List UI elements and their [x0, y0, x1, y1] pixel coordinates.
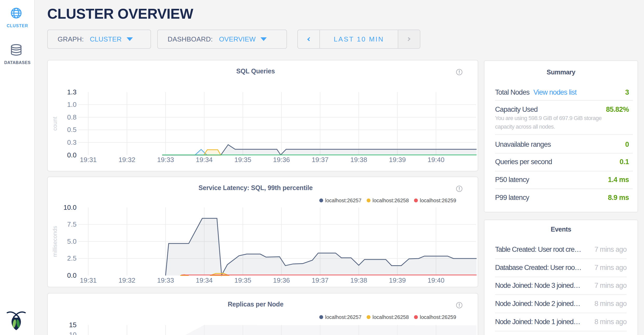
svg-text:19:39: 19:39: [389, 156, 406, 164]
svg-text:10: 10: [69, 331, 77, 335]
svg-text:localhost:26259: localhost:26259: [420, 198, 456, 203]
svg-text:19:40: 19:40: [428, 156, 444, 164]
svg-text:2.5: 2.5: [67, 254, 77, 262]
svg-text:19:34: 19:34: [196, 156, 213, 164]
svg-text:7.5: 7.5: [67, 220, 77, 228]
svg-text:0.0: 0.0: [67, 151, 77, 159]
svg-text:0.3: 0.3: [67, 138, 77, 146]
svg-text:localhost:26257: localhost:26257: [325, 198, 361, 203]
svg-text:19:35: 19:35: [234, 276, 251, 284]
svg-text:0.8: 0.8: [67, 113, 77, 121]
svg-text:10.0: 10.0: [63, 204, 77, 211]
svg-text:19:40: 19:40: [428, 276, 444, 284]
svg-text:19:33: 19:33: [157, 156, 174, 164]
svg-text:0.0: 0.0: [67, 271, 77, 279]
svg-text:19:37: 19:37: [312, 156, 328, 164]
svg-text:localhost:26259: localhost:26259: [420, 314, 456, 320]
svg-text:19:34: 19:34: [196, 276, 213, 284]
svg-text:19:37: 19:37: [312, 276, 328, 284]
svg-text:19:36: 19:36: [273, 156, 290, 164]
svg-text:19:36: 19:36: [273, 276, 290, 284]
svg-text:1.3: 1.3: [67, 88, 77, 96]
svg-text:19:38: 19:38: [350, 156, 367, 164]
svg-text:19:31: 19:31: [80, 276, 97, 284]
svg-text:localhost:26258: localhost:26258: [373, 314, 409, 320]
svg-text:19:35: 19:35: [234, 156, 251, 164]
svg-text:19:32: 19:32: [119, 156, 135, 164]
svg-text:19:33: 19:33: [157, 276, 174, 284]
svg-text:localhost:26257: localhost:26257: [325, 314, 361, 320]
svg-text:19:32: 19:32: [119, 276, 135, 284]
svg-text:localhost:26258: localhost:26258: [373, 198, 409, 203]
svg-text:15: 15: [69, 321, 77, 329]
svg-text:1.0: 1.0: [67, 101, 77, 108]
svg-text:19:39: 19:39: [389, 276, 406, 284]
svg-text:count: count: [52, 117, 58, 131]
svg-text:milliseconds: milliseconds: [52, 226, 58, 257]
svg-text:5.0: 5.0: [67, 238, 77, 245]
svg-text:19:38: 19:38: [350, 276, 367, 284]
svg-text:0.5: 0.5: [67, 126, 77, 134]
svg-text:19:31: 19:31: [80, 156, 97, 164]
